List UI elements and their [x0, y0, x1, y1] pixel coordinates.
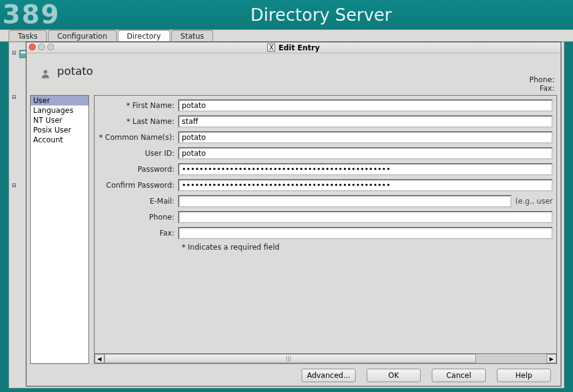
entry-header: potato Phone: Fax:: [26, 53, 561, 95]
scroll-left-icon[interactable]: ◀: [95, 354, 104, 363]
scroll-track[interactable]: [104, 354, 547, 363]
label-phone: Phone:: [98, 213, 178, 221]
scroll-thumb[interactable]: [104, 354, 476, 363]
email-hint: (e.g., user: [515, 197, 553, 206]
dialog-titlebar[interactable]: X Edit Entry: [26, 42, 561, 53]
password-field[interactable]: [178, 163, 553, 175]
required-note: * Indicates a required field: [182, 243, 553, 252]
tab-configuration[interactable]: Configuration: [48, 30, 116, 41]
ok-button[interactable]: OK: [367, 369, 421, 382]
tree-expand-icon[interactable]: ⊟: [12, 94, 20, 102]
phone-field[interactable]: [178, 211, 553, 223]
help-button[interactable]: Help: [497, 369, 551, 382]
tab-strip: Tasks Configuration Directory Status: [0, 29, 573, 42]
brand-logo: 389: [2, 2, 60, 28]
person-icon: [40, 68, 51, 79]
x11-icon: X: [267, 44, 275, 52]
header-contact: Phone: Fax:: [529, 75, 555, 93]
category-list: User Languages NT User Posix User Accoun…: [30, 95, 89, 364]
header-fax-label: Fax:: [529, 84, 555, 93]
form-area: * First Name: * Last Name: * Common Name…: [94, 95, 557, 364]
window-minimize-button[interactable]: [38, 44, 45, 50]
confirm-password-field[interactable]: [178, 179, 553, 191]
label-first-name: * First Name:: [98, 101, 178, 110]
tab-status[interactable]: Status: [171, 30, 213, 41]
svg-rect-1: [21, 52, 26, 53]
label-common-name: * Common Name(s):: [98, 133, 178, 142]
scroll-right-icon[interactable]: ▶: [547, 354, 556, 363]
common-name-field[interactable]: [178, 131, 553, 144]
category-languages[interactable]: Languages: [31, 106, 88, 115]
window-controls: [29, 44, 54, 50]
svg-point-2: [44, 70, 47, 74]
brand-bar: 389 Directory Server: [0, 0, 573, 29]
advanced-button[interactable]: Advanced...: [302, 369, 356, 382]
label-email: E-Mail:: [98, 197, 178, 206]
label-password: Password:: [98, 165, 178, 174]
fax-field[interactable]: [178, 227, 553, 239]
brand-title: Directory Server: [251, 5, 392, 25]
cancel-button[interactable]: Cancel: [432, 369, 486, 382]
tab-directory[interactable]: Directory: [118, 30, 170, 41]
window-zoom-button[interactable]: [47, 44, 54, 50]
label-confirm-password: Confirm Password:: [98, 181, 178, 190]
last-name-field[interactable]: [178, 115, 553, 128]
email-field[interactable]: [178, 195, 512, 207]
category-user[interactable]: User: [31, 96, 88, 106]
window-close-button[interactable]: [29, 44, 36, 50]
horizontal-scrollbar[interactable]: ◀ ▶: [95, 353, 556, 363]
label-user-id: User ID:: [98, 149, 178, 158]
label-fax: Fax:: [98, 229, 178, 237]
category-nt-user[interactable]: NT User: [31, 115, 88, 125]
first-name-field[interactable]: [178, 99, 553, 112]
edit-entry-dialog: X Edit Entry potato Phone: Fax: User Lan…: [26, 42, 561, 386]
category-account[interactable]: Account: [31, 135, 88, 145]
dialog-title: Edit Entry: [278, 44, 319, 52]
tree-expand-icon[interactable]: ⊟: [12, 182, 20, 191]
dialog-buttons: Advanced... OK Cancel Help: [26, 364, 561, 386]
label-last-name: * Last Name:: [98, 117, 178, 126]
entry-name: potato: [57, 64, 93, 77]
user-id-field[interactable]: [178, 147, 553, 159]
header-phone-label: Phone:: [529, 75, 555, 84]
category-posix-user[interactable]: Posix User: [31, 125, 88, 135]
tab-tasks[interactable]: Tasks: [9, 30, 47, 41]
